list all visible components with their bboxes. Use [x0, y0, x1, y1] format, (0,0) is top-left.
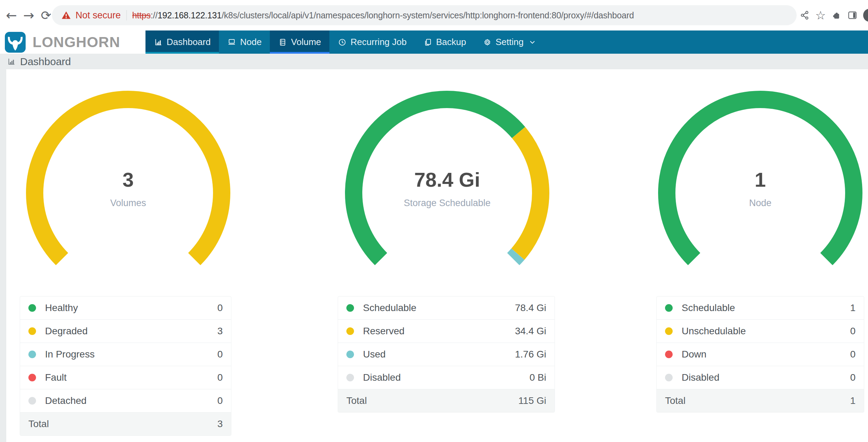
tab-label: Setting [496, 37, 524, 47]
status-dot [346, 374, 354, 381]
breadcrumb: Dashboard [0, 54, 71, 69]
legend-label: In Progress [45, 349, 217, 360]
back-button[interactable]: ← [3, 0, 20, 30]
url-scheme: https [132, 10, 151, 20]
status-dot [346, 304, 354, 312]
legend-row: Disabled0 [657, 366, 864, 389]
side-panel-button[interactable] [844, 0, 860, 30]
legend-value: 34.4 Gi [515, 326, 546, 337]
volume-icon [278, 38, 287, 47]
legend-total-row: Total115 Gi [338, 389, 555, 412]
url-host: 192.168.122.131 [158, 10, 222, 20]
nav-tabs: Dashboard Node Volume Rec [145, 30, 545, 54]
legend-label: Degraded [45, 326, 217, 337]
gauge-value: 78.4 Gi [333, 169, 561, 190]
tab-recurring-job[interactable]: Recurring Job [329, 30, 415, 54]
status-dot [665, 374, 673, 381]
legend-label: Fault [45, 372, 217, 383]
total-value: 115 Gi [519, 395, 546, 406]
legend-row: Healthy0 [20, 297, 231, 319]
brand-name: LONGHORN [33, 34, 120, 51]
legend-row: Reserved34.4 Gi [338, 319, 555, 343]
tab-volume[interactable]: Volume [270, 30, 329, 54]
legend-label: Detached [45, 395, 217, 406]
extensions-button[interactable] [829, 0, 844, 30]
legend-row: Unschedulable0 [657, 319, 864, 343]
gauge-center-text: 3 Volumes [14, 169, 242, 209]
total-label: Total [346, 395, 519, 406]
legend-label: Healthy [45, 302, 217, 313]
status-dot [346, 327, 354, 335]
legend-total-row: Total1 [657, 389, 864, 412]
longhorn-logo-icon [5, 32, 26, 53]
legend-value: 0 [217, 395, 223, 406]
share-button[interactable] [797, 0, 813, 30]
tab-setting[interactable]: Setting [475, 30, 545, 54]
chevron-down-icon [528, 38, 537, 46]
profile-avatar[interactable] [863, 9, 868, 22]
status-dot [665, 327, 673, 335]
legend-row: Schedulable1 [657, 297, 864, 319]
dashboard-icon [7, 57, 16, 66]
forward-button[interactable]: → [20, 0, 37, 30]
status-dot [665, 351, 673, 358]
gear-icon [483, 38, 492, 47]
status-dot [28, 304, 36, 312]
legend-value: 3 [217, 326, 223, 337]
tab-label: Volume [291, 37, 321, 47]
legend-label: Disabled [682, 372, 850, 383]
gauge-label: Storage Schedulable [333, 198, 561, 209]
tab-node[interactable]: Node [219, 30, 270, 54]
legend-row: Degraded3 [20, 319, 231, 343]
legend-value: 0 [850, 372, 856, 383]
url-separator: :// [151, 10, 158, 20]
tab-backup[interactable]: Backup [415, 30, 475, 54]
status-dot [665, 304, 673, 312]
legend-row: Fault0 [20, 366, 231, 389]
gauge-label: Volumes [14, 198, 242, 209]
total-value: 3 [217, 418, 223, 430]
gauge-center-text: 78.4 Gi Storage Schedulable [333, 169, 561, 209]
legend-value: 0 [217, 372, 223, 383]
legend-value: 1.76 Gi [515, 349, 546, 360]
legend-row: Used1.76 Gi [338, 343, 555, 366]
status-dot [28, 351, 36, 358]
legend-total-row: Total3 [20, 412, 231, 435]
legend-label: Disabled [363, 372, 530, 383]
legend-value: 0 Bi [530, 372, 546, 383]
legend-value: 0 [850, 349, 856, 360]
screen: ← → ⟳ Not secure https://192.168.122.131… [0, 0, 868, 442]
address-bar[interactable]: Not secure https://192.168.122.131/k8s/c… [52, 5, 797, 25]
dashboard-card: 3 Volumes 78.4 Gi Storage Schedulable 1 … [6, 69, 868, 442]
status-dot [28, 327, 36, 335]
tab-label: Backup [436, 37, 466, 47]
legend-row: In Progress0 [20, 343, 231, 366]
legend-value: 0 [850, 326, 856, 337]
node-gauge: 1 Node [646, 79, 868, 307]
legend-value: 0 [217, 302, 223, 313]
legend-label: Schedulable [363, 302, 515, 313]
tab-dashboard[interactable]: Dashboard [145, 30, 219, 54]
tab-label: Dashboard [167, 37, 211, 47]
legend-value: 78.4 Gi [515, 302, 546, 313]
legend-label: Reserved [363, 326, 515, 337]
legend-label: Used [363, 349, 515, 360]
legend-label: Schedulable [682, 302, 850, 313]
browser-toolbar: ← → ⟳ Not secure https://192.168.122.131… [0, 0, 868, 30]
status-dot [28, 374, 36, 381]
tab-label: Recurring Job [351, 37, 407, 47]
dashboard-icon [154, 38, 163, 47]
gauge-center-text: 1 Node [646, 169, 868, 209]
clock-icon [338, 38, 347, 47]
page-title: Dashboard [20, 56, 71, 68]
gauge-value: 1 [646, 169, 868, 190]
status-dot [346, 351, 354, 358]
legend-row: Disabled0 Bi [338, 366, 555, 389]
backup-icon [423, 38, 432, 47]
address-divider [126, 10, 127, 20]
legend-row: Down0 [657, 343, 864, 366]
volumes-legend-table: Healthy0Degraded3In Progress0Fault0Detac… [20, 296, 231, 436]
app-navbar: LONGHORN Dashboard Node [0, 30, 868, 54]
bookmark-star-button[interactable]: ☆ [813, 0, 829, 30]
gauge-value: 3 [14, 169, 242, 190]
